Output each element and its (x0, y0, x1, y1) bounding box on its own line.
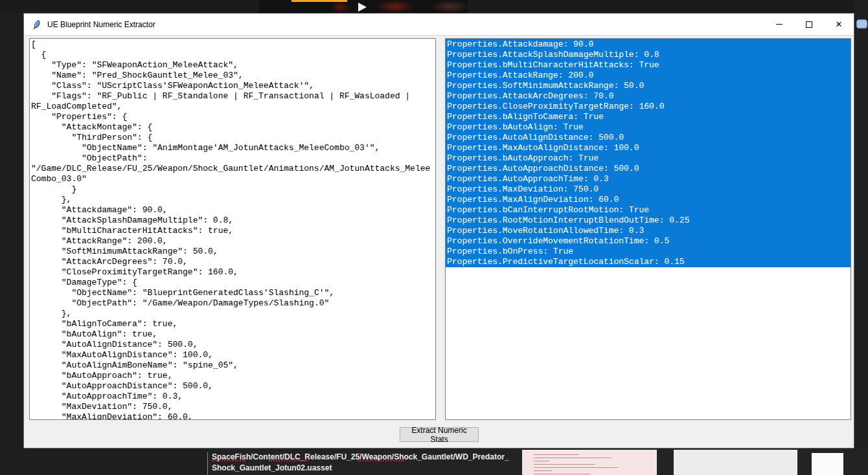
video-progress-bar (291, 0, 347, 2)
video-thumbnail-detail (330, 1, 350, 13)
minimize-button[interactable] (764, 14, 794, 35)
ue-blueprint-numeric-extractor-window: UE Blueprint Numeric Extractor ✕ [ { "Ty… (23, 13, 854, 448)
close-button[interactable]: ✕ (824, 14, 854, 35)
spellcheck-squiggle (358, 460, 404, 461)
background-bottom-left-panel (0, 448, 207, 475)
play-icon (358, 3, 367, 12)
window-footer: Extract Numeric Stats (24, 420, 854, 448)
json-source-pane[interactable]: [ { "Type": "SFWeaponAction_MeleeAttack"… (29, 38, 436, 420)
code-line-placeholder (534, 461, 549, 461)
maximize-button[interactable] (794, 14, 824, 35)
extract-numeric-stats-button[interactable]: Extract Numeric Stats (400, 427, 479, 442)
window-controls: ✕ (764, 14, 854, 35)
background-code-editor-panel (522, 450, 657, 475)
background-right-column (855, 0, 868, 475)
spellcheck-squiggle (212, 460, 246, 461)
spellcheck-squiggle (269, 460, 308, 461)
code-line-placeholder (534, 464, 595, 465)
code-line-placeholder (534, 474, 591, 474)
background-scrollbar-thumb (856, 19, 867, 28)
titlebar[interactable]: UE Blueprint Numeric Extractor ✕ (24, 14, 854, 36)
extracted-results-selected-text: Properties.Attackdamage: 90.0 Properties… (446, 39, 851, 267)
code-line-placeholder (534, 454, 579, 455)
asset-path-text: SpaceFish/Content/DLC_Release/FU_25/Weap… (212, 452, 511, 474)
tk-feather-icon (32, 19, 42, 30)
background-panel-divider (207, 452, 208, 475)
json-source-text: [ { "Type": "SFWeaponAction_MeleeAttack"… (30, 39, 435, 420)
code-line-placeholder (534, 470, 552, 471)
code-line-placeholder (534, 467, 618, 468)
code-line-placeholder (534, 458, 611, 458)
video-thumbnail-detail (376, 0, 415, 13)
video-thumbnail-detail (431, 0, 468, 13)
background-white-panel (812, 453, 843, 475)
extracted-results-pane[interactable]: Properties.Attackdamage: 90.0 Properties… (445, 38, 851, 420)
background-light-panel (674, 450, 797, 475)
window-title: UE Blueprint Numeric Extractor (47, 20, 155, 29)
